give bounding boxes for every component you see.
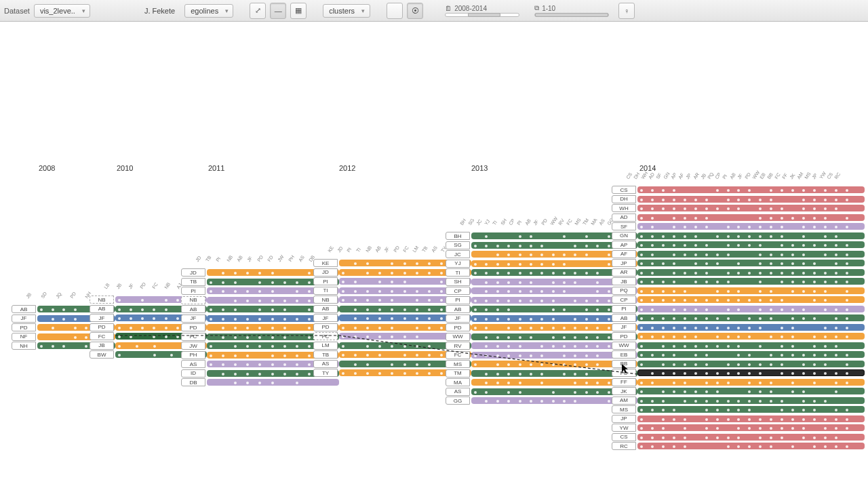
record-button[interactable]: ⦿ — [407, 3, 423, 19]
dataset-value: vis_2leve.. — [40, 7, 75, 15]
layout-select[interactable]: egolines ▾ — [184, 4, 233, 18]
grouping-value: clusters — [329, 7, 355, 15]
chevron-down-icon: ▾ — [225, 7, 229, 14]
layout-value: egolines — [191, 7, 218, 15]
chevron-down-icon: ▾ — [361, 7, 365, 14]
expand-button[interactable]: ⤢ — [250, 3, 266, 19]
grouping-select[interactable]: clusters ▾ — [323, 4, 370, 18]
paging-slider[interactable]: ⧉1-10 — [534, 4, 609, 17]
blank-button[interactable] — [387, 3, 403, 19]
collapse-button[interactable]: — — [270, 3, 286, 19]
hint-button[interactable]: ♀ — [618, 3, 635, 19]
person-name: J. Fekete — [144, 7, 175, 15]
time-slider[interactable]: 🗓2008-2014 — [445, 5, 519, 17]
time-range-label: 2008-2014 — [454, 5, 487, 12]
grid-button[interactable]: ▦ — [290, 3, 307, 19]
window-icon: ⧉ — [534, 4, 539, 12]
dataset-label: Dataset — [4, 7, 30, 15]
dataset-select[interactable]: vis_2leve.. ▾ — [34, 4, 90, 18]
chevron-down-icon: ▾ — [82, 7, 85, 14]
mouse-cursor — [622, 364, 629, 373]
paging-label: 1-10 — [542, 5, 555, 12]
toolbar: Dataset vis_2leve.. ▾ J. Fekete egolines… — [0, 0, 868, 22]
calendar-icon: 🗓 — [445, 5, 452, 12]
timeline-canvas[interactable]: 200820102011201220132014JBSDJQPDNHABJFPD… — [0, 22, 868, 488]
